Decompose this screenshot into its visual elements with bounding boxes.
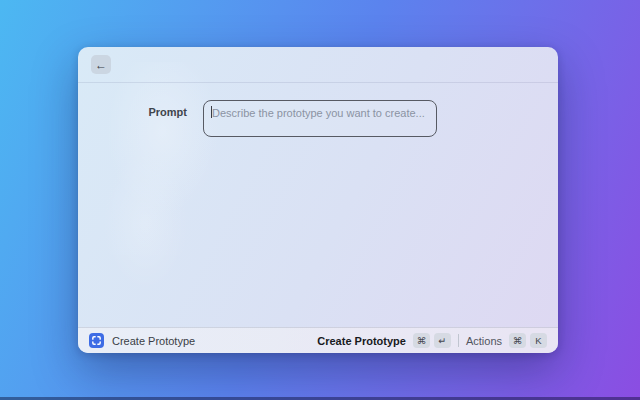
command-key-icon: ⌘ xyxy=(413,333,430,348)
viewfinder-icon xyxy=(89,333,104,348)
k-key-icon: K xyxy=(530,333,547,348)
prompt-label: Prompt xyxy=(78,106,187,118)
actions-menu-label: Actions xyxy=(466,335,502,347)
back-button[interactable]: ← xyxy=(91,55,111,74)
window-header: ← xyxy=(78,47,558,83)
desktop-wallpaper: ← Prompt Create Prototype xyxy=(0,0,640,400)
prompt-input[interactable] xyxy=(203,100,437,137)
window-watermark xyxy=(86,62,256,292)
footer-command-name: Create Prototype xyxy=(112,335,195,347)
footer-command-identity: Create Prototype xyxy=(89,333,195,348)
create-prototype-action[interactable]: Create Prototype ⌘ ↵ xyxy=(317,333,451,348)
window-footer: Create Prototype Create Prototype ⌘ ↵ Ac… xyxy=(78,327,558,353)
footer-actions-area: Create Prototype ⌘ ↵ Actions ⌘ K xyxy=(317,333,547,348)
arrow-left-icon: ← xyxy=(95,59,107,71)
create-prototype-action-label: Create Prototype xyxy=(317,335,406,347)
command-key-icon: ⌘ xyxy=(509,333,526,348)
return-key-icon: ↵ xyxy=(434,333,451,348)
create-prototype-window: ← Prompt Create Prototype xyxy=(78,47,558,353)
footer-divider xyxy=(458,334,459,347)
actions-menu-button[interactable]: Actions ⌘ K xyxy=(466,333,547,348)
